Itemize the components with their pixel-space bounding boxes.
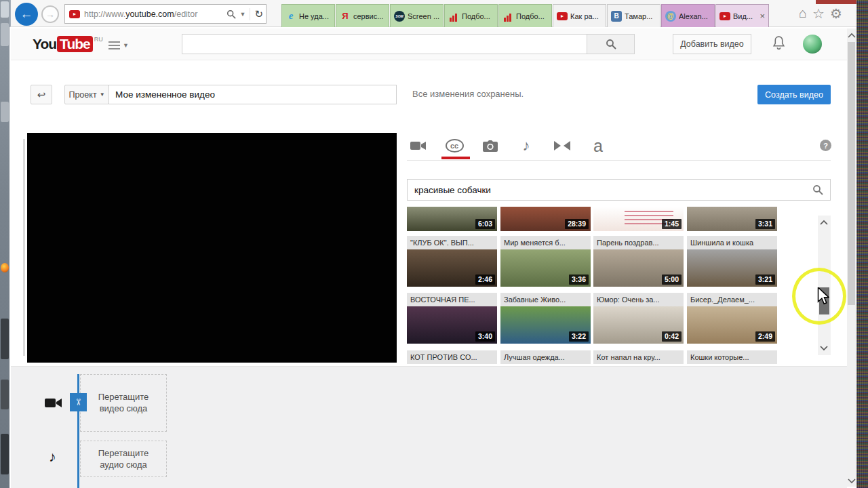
video-thumb-image: 3:40: [407, 306, 497, 344]
audio-drop-zone[interactable]: Перетащите аудио сюда: [80, 441, 167, 477]
scroll-up-icon[interactable]: [848, 33, 856, 38]
youtube-icon: ▸: [557, 12, 568, 20]
tab-transitions[interactable]: [550, 134, 574, 157]
refresh-icon[interactable]: ↻: [254, 8, 263, 20]
scissors-icon: ✂: [73, 399, 83, 406]
browser-back-button[interactable]: ←: [15, 3, 38, 26]
video-thumbnail[interactable]: Парень поздрав...5:00: [593, 236, 684, 287]
timeline-playhead[interactable]: [77, 374, 79, 488]
browser-tab[interactable]: Подбо...: [444, 4, 498, 27]
browser-tab[interactable]: SOMScreen ...: [390, 4, 443, 27]
tab-strip: eНе уда...Ясервис...SOMScreen ...Подбо..…: [281, 0, 770, 27]
settings-gear-icon[interactable]: ⚙: [830, 5, 842, 22]
home-icon[interactable]: ⌂: [799, 5, 807, 22]
divider: [407, 160, 831, 161]
desktop-icon: [1, 102, 9, 122]
project-title-input[interactable]: [108, 85, 397, 104]
browser-tab[interactable]: ▸Как ра...: [553, 4, 606, 27]
clip-search-input[interactable]: [408, 185, 812, 195]
save-status-text: Все изменения сохранены.: [412, 89, 524, 99]
youtube-search-input[interactable]: [182, 34, 587, 54]
project-dropdown[interactable]: Проект ▼: [64, 85, 109, 104]
video-thumbnail[interactable]: 1:45: [593, 207, 684, 231]
bar-chart-icon: [448, 11, 459, 22]
video-title: ВОСТОЧНАЯ ПЕ...: [407, 293, 497, 306]
favorites-star-icon[interactable]: ☆: [812, 5, 825, 22]
desktop-icon: [1, 23, 9, 46]
scrollbar-thumb[interactable]: [848, 42, 855, 305]
tab-audio[interactable]: ♪: [514, 134, 538, 157]
chevron-down-icon[interactable]: ▼: [240, 11, 246, 18]
video-duration-badge: 2:49: [755, 331, 775, 342]
clip-search-box: [407, 179, 831, 201]
video-thumb-image: 0:42: [593, 306, 684, 344]
guide-menu-button[interactable]: ▼: [108, 41, 129, 50]
browser-forward-button[interactable]: →: [41, 5, 59, 23]
browser-tab[interactable]: ▸Вид...×: [715, 4, 769, 27]
video-thumb-image: 2:49: [687, 306, 777, 344]
video-thumbnail[interactable]: 6:03: [407, 207, 497, 231]
video-thumbnail[interactable]: ВОСТОЧНАЯ ПЕ...3:40: [407, 293, 497, 344]
search-icon[interactable]: [226, 9, 236, 19]
video-duration-badge: 5:00: [662, 274, 682, 285]
youtube-logo[interactable]: You Tube RU: [33, 36, 103, 52]
add-video-button[interactable]: Добавить видео: [673, 34, 751, 54]
help-icon[interactable]: ?: [820, 140, 831, 151]
video-title: Кошки которые...: [687, 350, 777, 364]
tab-creative-commons[interactable]: cc: [442, 134, 467, 157]
desktop-icon: [1, 434, 9, 474]
video-thumb-image: 2:46: [407, 249, 497, 287]
tab-photos[interactable]: [478, 134, 502, 157]
chevron-down-icon: ▼: [123, 42, 129, 49]
video-preview-player[interactable]: [27, 133, 397, 363]
video-thumbnail[interactable]: Юмор: Очень за...0:42: [593, 293, 684, 344]
scroll-up-icon[interactable]: [820, 220, 828, 225]
at-icon: @: [665, 11, 676, 22]
search-icon: [606, 39, 616, 49]
tab-video-clips[interactable]: [406, 134, 431, 157]
video-title: Кот напал на кру...: [593, 350, 684, 364]
results-scrollbar[interactable]: [818, 216, 831, 355]
scroll-down-icon[interactable]: [820, 346, 828, 351]
photo-camera-icon: [483, 140, 498, 152]
video-thumbnail[interactable]: Лучшая одежда...: [500, 350, 591, 364]
browser-tab[interactable]: @Alexan...: [661, 4, 715, 27]
video-thumbnail[interactable]: Кот напал на кру...: [593, 350, 684, 364]
clip-handle[interactable]: ✂: [70, 393, 87, 411]
youtube-search-button[interactable]: [587, 34, 635, 54]
video-duration-badge: 3:22: [569, 331, 589, 342]
tab-close-icon[interactable]: ×: [760, 12, 765, 20]
browser-tab[interactable]: Подбо...: [498, 4, 552, 27]
video-title: "КЛУБ ОК". ВЫП...: [407, 236, 497, 249]
video-thumbnail[interactable]: 28:39: [500, 207, 591, 231]
user-avatar[interactable]: [803, 35, 822, 54]
video-title: Забавные Живо...: [500, 293, 591, 306]
tab-text[interactable]: a: [586, 134, 610, 157]
video-thumb-image: 1:45: [593, 207, 684, 231]
scroll-down-icon[interactable]: [848, 479, 856, 484]
browser-tab[interactable]: eНе уда...: [281, 4, 335, 27]
youtube-icon: ▸: [719, 12, 730, 20]
video-thumbnail[interactable]: 3:31: [687, 207, 777, 231]
search-icon[interactable]: [812, 184, 823, 195]
tab-label: Вид...: [733, 12, 759, 20]
video-thumbnail[interactable]: Шиншила и кошка3:21: [687, 236, 777, 287]
browser-tab[interactable]: Ясервис...: [336, 4, 389, 27]
video-camera-icon: [45, 397, 62, 409]
url-text[interactable]: http://www.youtube.com/editor: [84, 9, 226, 19]
browser-tab[interactable]: ВТамар...: [607, 4, 660, 27]
video-thumbnail[interactable]: Забавные Живо...3:22: [500, 293, 591, 344]
video-thumbnail[interactable]: КОТ ПРОТИВ СО...: [407, 350, 497, 364]
scrollbar-thumb[interactable]: [819, 287, 829, 314]
video-thumbnail[interactable]: Мир меняется б...3:36: [500, 236, 591, 287]
video-thumbnail[interactable]: Кошки которые...: [687, 350, 777, 364]
address-bar[interactable]: ▸ http://www.youtube.com/editor ▼ ↻: [64, 4, 267, 24]
video-thumbnail[interactable]: Бисер._Делаем_...2:49: [687, 293, 777, 344]
video-duration-badge: 1:45: [662, 219, 682, 229]
create-video-button[interactable]: Создать видео: [757, 85, 831, 104]
editor-back-button[interactable]: ↩: [31, 85, 52, 104]
video-thumbnail[interactable]: "КЛУБ ОК". ВЫП...2:46: [407, 236, 497, 287]
browser-scrollbar[interactable]: [847, 28, 856, 487]
video-drop-zone[interactable]: Перетащите видео сюда: [80, 374, 167, 432]
notifications-bell-icon[interactable]: [770, 35, 787, 54]
